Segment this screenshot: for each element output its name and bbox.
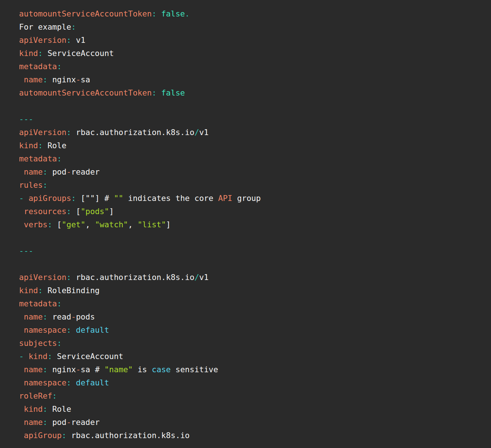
token-punc: : (52, 391, 57, 400)
code-line: kind: ServiceAccount (19, 47, 482, 60)
token-text: sensitive (171, 365, 218, 374)
token-text (19, 365, 24, 374)
token-text: sa # (81, 365, 104, 374)
code-line: kind: RoleBinding (19, 284, 482, 297)
token-punc: : (43, 365, 48, 374)
token-punc: - (19, 194, 24, 203)
token-punc: : (71, 22, 76, 31)
token-key: namespace (24, 325, 67, 335)
token-key: roleRef (19, 391, 52, 400)
token-key: kind (29, 352, 48, 361)
code-line: - apiGroups: [""] # "" indicates the cor… (19, 192, 482, 205)
code-line: metadata: (19, 152, 482, 165)
token-punc: : (66, 273, 71, 282)
code-line: apiVersion: rbac.authorization.k8s.io/v1 (19, 126, 482, 139)
token-key: kind (19, 286, 38, 295)
token-text: read (48, 312, 71, 321)
token-key: apiVersion (19, 128, 66, 137)
token-key: namespace (24, 378, 67, 387)
token-text: For example (19, 22, 71, 31)
token-key: - (71, 312, 76, 321)
code-line: - kind: ServiceAccount (19, 350, 482, 363)
token-punc: : (71, 194, 76, 203)
token-punc: : (66, 207, 71, 216)
token-text: is (133, 365, 152, 374)
code-line: apiVersion: rbac.authorization.k8s.io/v1 (19, 271, 482, 284)
code-line: automountServiceAccountToken: false (19, 86, 482, 100)
token-text (71, 378, 76, 387)
token-punc: : (43, 312, 48, 321)
token-text: , (85, 220, 95, 229)
token-punc: : (43, 180, 48, 190)
code-line: roleRef: (19, 389, 482, 403)
token-text: rbac.authorization.k8s.io (71, 273, 194, 282)
token-punc: : (43, 167, 48, 176)
token-text (19, 418, 24, 427)
token-punc: : (38, 141, 43, 150)
token-key: automountServiceAccountToken (19, 9, 152, 18)
token-text (71, 325, 76, 335)
token-text: v1 (199, 273, 209, 282)
token-key: kind (19, 49, 38, 58)
token-punc: : (152, 88, 156, 97)
token-text (156, 88, 161, 97)
token-text: reader (71, 418, 100, 427)
token-key: kind (24, 404, 43, 414)
token-key: name (24, 365, 43, 374)
token-key: resources (24, 207, 67, 216)
token-text (19, 404, 24, 414)
token-text (19, 325, 24, 335)
token-text: ServiceAccount (43, 49, 114, 58)
token-text: v1 (71, 36, 85, 45)
token-text: ] (109, 207, 114, 216)
token-str: "watch" (95, 220, 128, 229)
token-punc: --- (19, 115, 33, 124)
code-line: namespace: default (19, 324, 482, 337)
token-text (24, 352, 29, 361)
token-punc: : (43, 75, 48, 84)
token-str: "list" (138, 220, 166, 229)
token-kw: default (76, 325, 109, 335)
code-line: kind: Role (19, 403, 482, 416)
token-punc: / (194, 128, 199, 137)
code-line: resources: ["pods"] (19, 205, 482, 218)
token-punc: - (19, 352, 24, 361)
token-punc: : (43, 404, 48, 414)
token-kw: default (76, 378, 109, 387)
token-text: nginx (48, 365, 76, 374)
code-line: verbs: ["get", "watch", "list"] (19, 218, 482, 231)
code-block: automountServiceAccountToken: false.For … (0, 0, 491, 448)
token-punc: : (66, 36, 71, 45)
code-line: subjects: (19, 337, 482, 350)
token-key: apiGroup (24, 431, 62, 440)
token-key: - (66, 418, 71, 427)
token-punc: : (43, 418, 48, 427)
token-text (19, 378, 24, 387)
token-text: [ (52, 220, 62, 229)
token-punc: : (57, 154, 62, 163)
token-key: subjects (19, 339, 57, 348)
token-text: [ (71, 207, 81, 216)
token-key: name (24, 418, 43, 427)
token-key: apiGroups (29, 194, 71, 203)
code-line: For example: (19, 20, 482, 34)
token-text: pods (76, 312, 95, 321)
token-key: rules (19, 180, 43, 190)
token-punc: : (48, 352, 52, 361)
token-bool: false (161, 9, 185, 18)
token-key: metadata (19, 154, 57, 163)
token-key: API (218, 194, 233, 203)
token-kw: case (152, 365, 171, 374)
code-line: apiGroup: rbac.authorization.k8s.io (19, 429, 482, 442)
token-key: name (24, 75, 43, 84)
token-punc: : (48, 220, 52, 229)
token-punc: : (66, 378, 71, 387)
token-text: [""] # (76, 194, 114, 203)
token-key: verbs (24, 220, 48, 229)
token-key: apiVersion (19, 36, 66, 45)
token-key: metadata (19, 62, 57, 71)
token-text: pod (48, 167, 67, 176)
code-line: name: pod-reader (19, 165, 482, 179)
code-line: namespace: default (19, 376, 482, 389)
token-text (19, 220, 24, 229)
